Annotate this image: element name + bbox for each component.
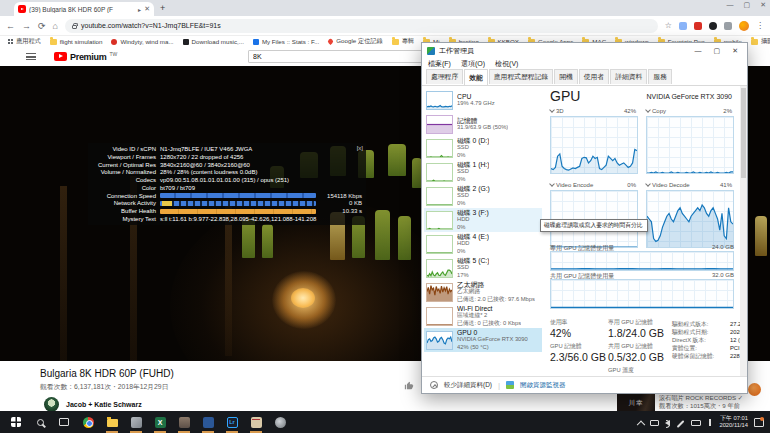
touch-keyboard-icon[interactable]: [691, 420, 701, 426]
url-text[interactable]: youtube.com/watch?v=N1-Jmq7BLFE&t=91s: [81, 22, 221, 29]
tm-tab-4[interactable]: 使用者: [579, 69, 609, 84]
tm-minimize-button[interactable]: —: [695, 47, 702, 55]
open-resource-monitor-link[interactable]: 開啟資源監視器: [520, 381, 566, 390]
chevron-down-icon[interactable]: [549, 181, 555, 187]
gpu-panel-scrollbar[interactable]: [740, 86, 747, 376]
forward-button[interactable]: →: [22, 21, 31, 31]
sidebar-item-title: 磁碟 3 (F:): [457, 209, 489, 217]
tm-sidebar-disk2[interactable]: 磁碟 2 (G:)SSD0%: [424, 184, 542, 208]
bookmark-item-1[interactable]: flight simulation: [50, 38, 103, 45]
church-column: [225, 206, 232, 356]
tray-expand-icon[interactable]: [637, 421, 645, 429]
excel-taskbar-button[interactable]: X: [152, 414, 168, 430]
device-taskbar-button[interactable]: [176, 414, 192, 430]
home-button[interactable]: ⌂: [53, 21, 58, 31]
blueapp-taskbar-button[interactable]: [200, 414, 216, 430]
tm-tab-1[interactable]: 效能: [464, 69, 488, 85]
tab-audio-icon[interactable]: ▸: [138, 6, 141, 13]
tab-close-icon[interactable]: ✕: [144, 5, 150, 13]
bookmark-item-5[interactable]: Google 定位記錄: [328, 37, 382, 46]
mem-chart-max: 32.0 GB: [694, 272, 734, 278]
tm-sidebar-memory[interactable]: 記憶體31.9/63.9 GB (50%): [424, 112, 542, 136]
gpu-chart-name: 3D: [550, 108, 564, 114]
overlay-value: 154118 Kbps: [320, 192, 362, 200]
window-minimize-button[interactable]: —: [727, 1, 734, 9]
start-taskbar-button[interactable]: [8, 414, 24, 430]
explorer-taskbar-button[interactable]: [104, 414, 120, 430]
network-icon[interactable]: [650, 420, 659, 426]
calendar-taskbar-button[interactable]: [248, 414, 264, 430]
tm-tab-2[interactable]: 應用程式歷程記錄: [489, 69, 553, 84]
notification-center-icon[interactable]: [754, 418, 764, 427]
tm-tab-6[interactable]: 服務: [648, 69, 672, 84]
tm-sidebar-disk3[interactable]: 磁碟 3 (F:)HDD0%: [424, 208, 542, 232]
taskbar-clock[interactable]: 下午 07:01 2020/11/14: [719, 415, 748, 429]
tm-sidebar-disk0[interactable]: 磁碟 0 (D:)SSD0%: [424, 136, 542, 160]
youtube-premium-logo[interactable]: Premium TW: [54, 52, 117, 62]
window-close-button[interactable]: ✕: [760, 1, 766, 9]
reload-button[interactable]: ⟳: [38, 21, 46, 31]
tm-sidebar-gpu0[interactable]: GPU 0NVIDIA GeForce RTX 309042% (50 °C): [424, 328, 542, 352]
tm-sidebar-disk1[interactable]: 磁碟 1 (H:)SSD0%: [424, 160, 542, 184]
browser-menu-icon[interactable]: ⋮: [756, 21, 764, 30]
chevron-down-icon[interactable]: [645, 181, 651, 187]
chrome-taskbar-button[interactable]: [80, 414, 96, 430]
hamburger-menu-icon[interactable]: [26, 53, 36, 60]
tm-sidebar-disk4[interactable]: 磁碟 4 (E:)HDD0%: [424, 232, 542, 256]
tm-menu-2[interactable]: 檢視(V): [495, 59, 518, 69]
volume-icon[interactable]: [665, 420, 670, 426]
url-bar[interactable]: youtube.com/watch?v=N1-Jmq7BLFE&t=91s: [65, 19, 658, 33]
channel-name[interactable]: Jacob + Katie Schwarz: [66, 401, 142, 408]
tm-sidebar-cpu[interactable]: CPU19% 4.79 GHz: [424, 88, 542, 112]
bookmark-item-0[interactable]: 應用程式: [8, 37, 41, 46]
extension-icon-1[interactable]: [679, 22, 687, 30]
back-button[interactable]: ←: [6, 21, 15, 31]
sidebar-item-sub: SSD: [457, 264, 489, 272]
bookmark-item-4[interactable]: My Files :: Stats : F...: [253, 38, 319, 45]
bookmark-item-3[interactable]: Download music,...: [183, 38, 244, 45]
tm-close-button[interactable]: ✕: [732, 47, 738, 55]
sidebar-item-sub: SSD: [457, 192, 490, 200]
tm-tab-5[interactable]: 詳細資料: [610, 69, 647, 84]
tm-tab-3[interactable]: 開機: [554, 69, 578, 84]
search-taskbar-button[interactable]: [32, 414, 48, 430]
search-icon: [37, 419, 44, 426]
usb-icon[interactable]: [709, 419, 711, 426]
pen-icon[interactable]: [677, 420, 685, 428]
bookmark-label: My Files :: Stats : F...: [262, 38, 319, 45]
extension-icon-3[interactable]: [709, 22, 717, 30]
lightroom-taskbar-button[interactable]: Lr: [224, 414, 240, 430]
extension-icon-4[interactable]: [724, 22, 732, 30]
bookmark-item-2[interactable]: Windyty, wind ma...: [111, 38, 173, 45]
chevron-down-icon[interactable]: [549, 107, 555, 113]
bookmark-item-15[interactable]: 攝影: [751, 37, 770, 46]
task-manager-titlebar[interactable]: 工作管理員 — ▢ ✕: [422, 43, 747, 58]
overlay-close-icon[interactable]: [x]: [357, 144, 363, 152]
tm-sidebar-wifi-direct[interactable]: Wi-Fi Direct區域連線* 2已傳送: 0 已接收: 0 Kbps: [424, 304, 542, 328]
tm-sidebar-disk5[interactable]: 磁碟 5 (C:)SSD17%: [424, 256, 542, 280]
like-button[interactable]: [404, 377, 414, 395]
new-tab-button[interactable]: +: [160, 3, 165, 13]
photos-taskbar-button[interactable]: [128, 414, 144, 430]
tm-sidebar-ethernet[interactable]: 乙太網路乙太網路已傳送: 2.0 已接收: 97.6 Mbps: [424, 280, 542, 304]
taskview-taskbar-button[interactable]: [56, 414, 72, 430]
profile-avatar[interactable]: [739, 21, 749, 31]
extension-icon-2[interactable]: [694, 22, 702, 30]
tm-maximize-button[interactable]: ▢: [714, 47, 721, 55]
gimp-taskbar-button[interactable]: [272, 414, 288, 430]
sidebar-item-title: CPU: [457, 93, 495, 101]
channel-avatar[interactable]: [44, 397, 59, 412]
tm-menu-0[interactable]: 檔案(F): [428, 59, 451, 69]
chevron-down-icon[interactable]: [645, 107, 651, 113]
browser-tab-active[interactable]: (39) Bulgaria 8K HDR 60P (F ▸ ✕: [14, 2, 154, 16]
bookmark-star-icon[interactable]: ☆: [665, 21, 672, 30]
scrollbar-thumb[interactable]: [741, 88, 746, 178]
tm-tab-0[interactable]: 處理程序: [426, 69, 463, 84]
window-maximize-button[interactable]: ▢: [744, 1, 751, 9]
fewer-details-button[interactable]: 較少詳細資料(D): [444, 381, 492, 390]
suggested-channel-avatar[interactable]: [748, 383, 761, 396]
gpu-chart-copy: [646, 116, 734, 174]
tm-menu-1[interactable]: 選項(O): [461, 59, 485, 69]
bookmark-item-6[interactable]: 專輯: [392, 37, 414, 46]
task-manager-icon: [427, 47, 435, 55]
